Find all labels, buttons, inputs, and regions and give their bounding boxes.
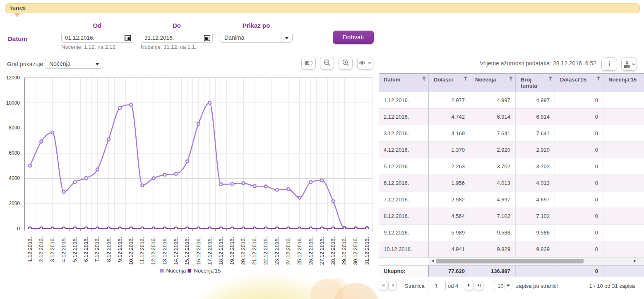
svg-text:31.12.2016.: 31.12.2016. <box>364 237 370 265</box>
svg-text:30.12.2016.: 30.12.2016. <box>352 237 358 265</box>
svg-text:6000: 6000 <box>9 150 20 156</box>
svg-text:10000: 10000 <box>6 100 20 106</box>
svg-text:25.12.2016.: 25.12.2016. <box>296 237 303 265</box>
svg-text:18.12.2016.: 18.12.2016. <box>218 237 224 265</box>
svg-text:2000: 2000 <box>9 201 20 206</box>
svg-text:21.12.2016.: 21.12.2016. <box>251 237 257 265</box>
svg-text:9.12.2016.: 9.12.2016. <box>117 237 123 262</box>
svg-text:28.12.2016.: 28.12.2016. <box>330 237 336 265</box>
svg-text:19.12.2016.: 19.12.2016. <box>229 237 235 265</box>
svg-text:24.12.2016.: 24.12.2016. <box>285 237 291 265</box>
svg-text:12000: 12000 <box>6 75 20 81</box>
svg-text:15.12.2016.: 15.12.2016. <box>184 237 190 265</box>
svg-text:1.12.2016.: 1.12.2016. <box>27 237 33 262</box>
svg-text:22.12.2016.: 22.12.2016. <box>262 237 269 265</box>
svg-text:11.12.2016.: 11.12.2016. <box>139 237 145 265</box>
svg-text:17.12.2016.: 17.12.2016. <box>207 237 213 265</box>
svg-text:Noćenja: Noćenja <box>166 268 186 274</box>
svg-text:Noćenja'15: Noćenja'15 <box>194 268 221 274</box>
svg-text:0: 0 <box>17 226 20 232</box>
svg-text:3.12.2016.: 3.12.2016. <box>49 237 55 262</box>
svg-text:2.12.2016.: 2.12.2016. <box>38 237 44 262</box>
svg-text:13.12.2016.: 13.12.2016. <box>161 237 168 265</box>
svg-text:8000: 8000 <box>9 125 20 131</box>
svg-text:8.12.2016.: 8.12.2016. <box>106 237 112 262</box>
svg-text:23.12.2016.: 23.12.2016. <box>274 237 280 265</box>
svg-text:27.12.2016.: 27.12.2016. <box>319 237 325 265</box>
svg-text:12.12.2016.: 12.12.2016. <box>150 237 156 265</box>
svg-text:6.12.2016.: 6.12.2016. <box>83 237 89 262</box>
svg-text:29.12.2016.: 29.12.2016. <box>341 237 347 265</box>
svg-text:7.12.2016.: 7.12.2016. <box>94 237 100 262</box>
svg-text:26.12.2016.: 26.12.2016. <box>308 237 314 265</box>
svg-text:4.12.2016.: 4.12.2016. <box>60 237 67 262</box>
svg-text:20.12.2016.: 20.12.2016. <box>240 237 246 265</box>
svg-text:14.12.2016.: 14.12.2016. <box>173 237 179 265</box>
svg-text:5.12.2016.: 5.12.2016. <box>72 237 78 262</box>
svg-text:4000: 4000 <box>9 175 20 181</box>
svg-text:16.12.2016.: 16.12.2016. <box>195 237 202 265</box>
svg-text:10.12.2016.: 10.12.2016. <box>128 237 134 265</box>
